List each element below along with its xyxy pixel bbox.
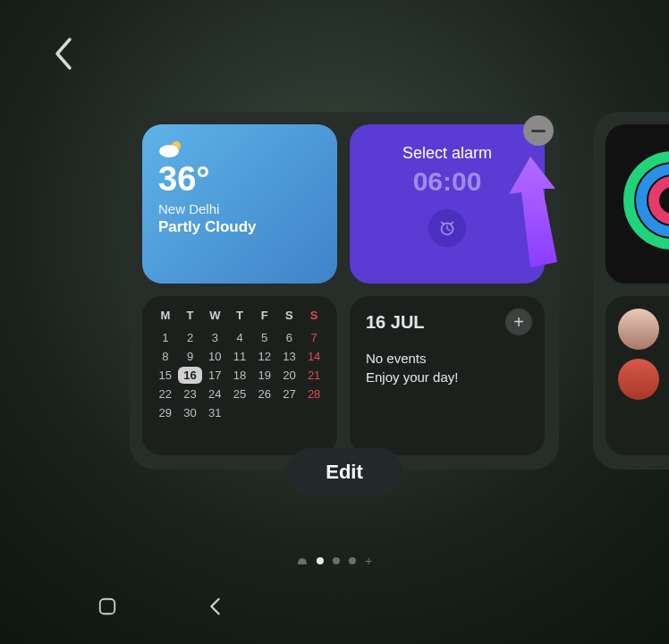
calendar-day: 30 [178, 404, 203, 421]
calendar-day: 25 [227, 386, 252, 402]
page-indicator[interactable]: + [297, 556, 372, 565]
remove-widget-button[interactable] [523, 115, 554, 146]
nav-back-button[interactable] [188, 597, 241, 620]
calendar-day: 7 [301, 329, 326, 346]
avatar [618, 359, 659, 400]
calendar-day: 28 [301, 386, 326, 402]
page-dot-add-icon: + [365, 557, 372, 564]
events-enjoy: Enjoy your day! [366, 368, 529, 386]
calendar-day: 24 [202, 386, 227, 402]
calendar-widget[interactable]: MTWTFSS123456789101112131415161718192021… [142, 296, 337, 455]
svg-rect-4 [100, 599, 115, 614]
calendar-header: M [153, 309, 178, 327]
calendar-header: T [178, 309, 203, 327]
calendar-day: 6 [277, 329, 302, 346]
alarm-time: 06:00 [366, 166, 529, 197]
calendar-day: 10 [202, 348, 227, 365]
calendar-day: 2 [178, 329, 203, 346]
calendar-day: 9 [178, 348, 203, 365]
events-date: 16 JUL [366, 312, 529, 333]
page-dot [349, 557, 356, 564]
events-widget[interactable]: + 16 JUL No events Enjoy your day! [350, 296, 545, 455]
events-no-events: No events [366, 349, 529, 368]
calendar-day: 12 [252, 348, 277, 365]
calendar-day: 18 [227, 367, 252, 384]
weather-condition: Partly Cloudy [158, 218, 321, 236]
calendar-day: 3 [202, 329, 227, 346]
calendar-day: 29 [153, 404, 178, 421]
weather-icon [158, 139, 185, 158]
weather-widget[interactable]: 36° New Delhi Partly Cloudy [142, 124, 337, 284]
calendar-header: S [301, 309, 326, 327]
calendar-day: 19 [252, 367, 277, 384]
calendar-day: 1 [153, 329, 178, 346]
calendar-day: 11 [227, 348, 252, 365]
calendar-day: 21 [301, 367, 326, 384]
next-widget-panel-peek[interactable] [593, 112, 669, 470]
calendar-day: 23 [178, 386, 203, 402]
calendar-day: 8 [153, 348, 178, 365]
calendar-day: 4 [227, 329, 252, 346]
alarm-clock-icon [428, 209, 466, 247]
page-dot [317, 557, 324, 564]
contacts-widget-peek [605, 296, 669, 455]
back-button[interactable] [49, 36, 76, 72]
page-dot [333, 557, 340, 564]
calendar-day: 17 [202, 367, 227, 384]
calendar-day: 26 [252, 386, 277, 402]
add-event-button[interactable]: + [505, 309, 532, 335]
activity-rings-widget-peek [605, 124, 669, 284]
system-navbar [0, 583, 669, 633]
calendar-header: S [277, 309, 302, 327]
calendar-header: T [227, 309, 252, 327]
nav-recents-button[interactable] [80, 597, 134, 620]
calendar-day: 22 [153, 386, 178, 402]
calendar-day: 27 [277, 386, 302, 402]
calendar-day: 31 [202, 404, 227, 421]
alarm-title: Select alarm [366, 144, 529, 163]
calendar-day: 16 [178, 367, 203, 384]
weather-temperature: 36° [158, 162, 321, 196]
calendar-day: 5 [252, 329, 277, 346]
widget-panel: 36° New Delhi Partly Cloudy Select alarm… [130, 112, 559, 470]
calendar-day: 20 [277, 367, 302, 384]
avatar [618, 309, 659, 350]
weather-city: New Delhi [158, 201, 321, 216]
page-dot-home-icon [297, 556, 308, 565]
edit-button[interactable]: Edit [286, 448, 402, 496]
calendar-day: 14 [301, 348, 326, 365]
calendar-day: 15 [153, 367, 178, 384]
alarm-widget[interactable]: Select alarm 06:00 [350, 124, 545, 284]
svg-point-1 [159, 145, 179, 157]
calendar-header: F [252, 309, 277, 327]
calendar-header: W [202, 309, 227, 327]
calendar-day: 13 [277, 348, 302, 365]
